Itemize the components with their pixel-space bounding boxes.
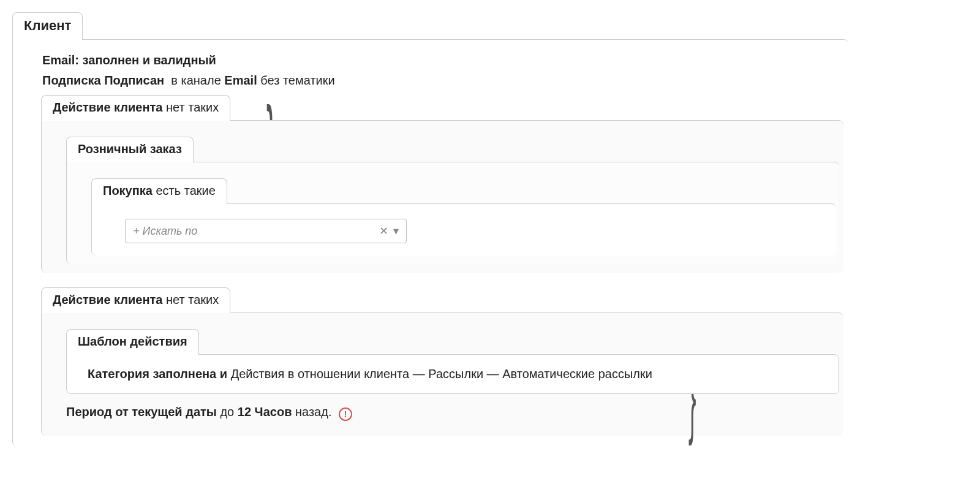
search-input-wrapper[interactable]: + Искать по ✕ ▾: [125, 219, 407, 243]
subscription-condition: Подписка Подписан в канале Email без тем…: [42, 74, 836, 88]
clear-icon[interactable]: ✕: [377, 224, 391, 238]
client-action-2-panel: Шаблон действия Категория заполнена и Де…: [41, 312, 843, 436]
purchase-tab[interactable]: Покупка есть такие: [91, 178, 227, 204]
client-action-1-cond: нет таких: [166, 100, 219, 114]
sub-label: Подписка Подписан: [42, 74, 164, 87]
purchase-panel: + Искать по ✕ ▾: [91, 203, 836, 256]
category-label: Категория заполнена и: [88, 367, 227, 381]
retail-order-label: Розничный заказ: [78, 142, 182, 156]
period-label: Период от текущей даты: [66, 405, 217, 419]
sub-channel: Email: [224, 74, 257, 87]
client-action-2-label: Действие клиента: [53, 293, 162, 306]
client-tab[interactable]: Клиент: [12, 12, 83, 40]
period-to: до: [220, 405, 234, 419]
email-label: Email:: [42, 53, 79, 67]
email-condition: Email: заполнен и валидный: [42, 53, 836, 67]
client-action-2-tab[interactable]: Действие клиента нет таких: [41, 287, 230, 313]
client-action-1-panel: Розничный заказ Покупка есть такие + И: [41, 120, 843, 273]
dropdown-icon[interactable]: ▾: [391, 224, 401, 238]
sub-suffix: без тематики: [260, 74, 334, 87]
purchase-block: Покупка есть такие + Искать по ✕ ▾: [91, 178, 831, 256]
purchase-label: Покупка: [103, 184, 153, 197]
client-action-2-cond: нет таких: [166, 293, 219, 306]
search-placeholder: + Искать по: [133, 225, 377, 238]
purchase-cond: есть такие: [156, 184, 216, 197]
action-template-block: Шаблон действия Категория заполнена и Де…: [66, 329, 835, 394]
action-template-tab[interactable]: Шаблон действия: [66, 329, 199, 355]
period-condition: Период от текущей даты до 12 Часов назад…: [66, 405, 835, 421]
client-action-2-block: Действие клиента нет таких Шаблон действ…: [41, 287, 836, 436]
period-value: 12 Часов: [238, 405, 292, 419]
action-template-panel: Категория заполнена и Действия в отношен…: [66, 354, 839, 394]
retail-order-panel: Покупка есть такие + Искать по ✕ ▾: [66, 162, 839, 264]
client-action-1-label: Действие клиента: [53, 100, 162, 114]
retail-order-block: Розничный заказ Покупка есть такие + И: [66, 137, 835, 264]
client-action-1-block: Действие клиента нет таких } Клиент не с…: [41, 95, 836, 273]
client-panel: Email: заполнен и валидный Подписка Подп…: [12, 39, 848, 447]
warning-icon[interactable]: !: [339, 407, 352, 421]
sub-mid: в канале: [171, 74, 221, 87]
client-tab-label: Клиент: [24, 18, 71, 33]
email-value: заполнен и валидный: [83, 53, 216, 67]
action-template-label: Шаблон действия: [78, 335, 187, 348]
client-action-1-tab[interactable]: Действие клиента нет таких: [41, 95, 230, 121]
category-condition: Категория заполнена и Действия в отношен…: [75, 363, 830, 385]
retail-order-tab[interactable]: Розничный заказ: [66, 137, 194, 162]
period-suffix: назад.: [295, 405, 331, 419]
category-value: Действия в отношении клиента — Рассылки …: [231, 367, 652, 381]
